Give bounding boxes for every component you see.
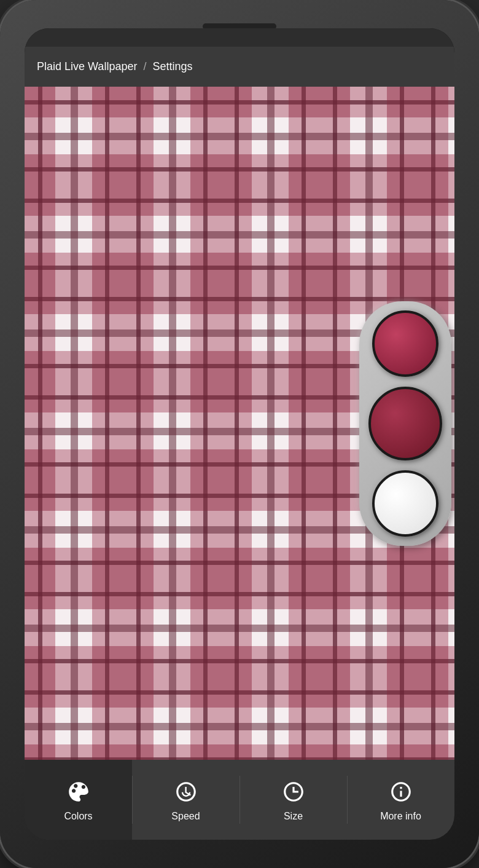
app-bar: Plaid Live Wallpaper / Settings (25, 47, 454, 87)
speed-icon (172, 778, 200, 806)
color-swatches-panel (359, 301, 451, 546)
app-bar-title: Plaid Live Wallpaper / Settings (37, 60, 192, 73)
colors-label: Colors (64, 811, 92, 822)
colors-icon (64, 778, 92, 806)
breadcrumb-separator: / (143, 60, 146, 73)
phone-screen: Plaid Live Wallpaper / Settings (25, 28, 454, 840)
status-bar (25, 28, 454, 47)
app-title: Plaid Live Wallpaper (37, 60, 137, 73)
speed-label: Speed (171, 811, 200, 822)
more-info-label: More info (380, 811, 421, 822)
phone-frame: Plaid Live Wallpaper / Settings (0, 0, 479, 868)
more-info-icon (387, 778, 415, 806)
size-label: Size (284, 811, 303, 822)
nav-item-more-info[interactable]: More info (347, 760, 454, 840)
app-subtitle: Settings (152, 60, 192, 73)
size-icon (279, 778, 307, 806)
nav-item-speed[interactable]: Speed (132, 760, 240, 840)
nav-item-size[interactable]: Size (240, 760, 347, 840)
wallpaper-preview (25, 87, 454, 760)
color-swatch-1[interactable] (372, 310, 438, 377)
bottom-navigation: Colors Speed Size (25, 760, 454, 840)
color-swatch-3[interactable] (372, 470, 438, 537)
color-swatch-2[interactable] (368, 387, 442, 460)
nav-item-colors[interactable]: Colors (25, 760, 132, 840)
